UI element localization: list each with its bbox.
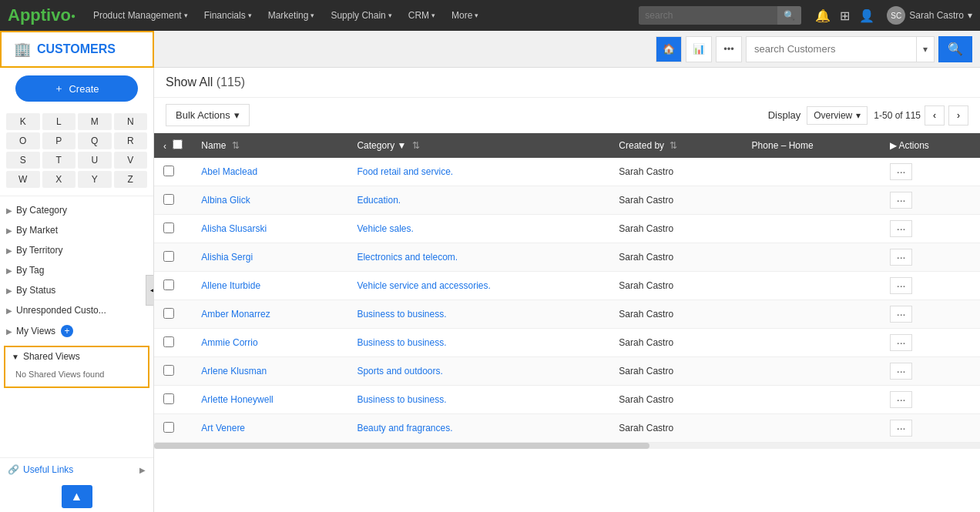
search-button[interactable]: 🔍 (777, 6, 801, 25)
row-action-button[interactable]: ··· (890, 306, 913, 323)
scroll-top-button[interactable]: ▲ (62, 485, 92, 508)
select-all-checkbox[interactable] (173, 139, 183, 149)
name-column-header[interactable]: Name ⇅ (192, 133, 347, 158)
row-action-button[interactable]: ··· (890, 220, 913, 237)
customer-name-link[interactable]: Alishia Sergi (201, 252, 253, 263)
phone-column-header[interactable]: Phone – Home (743, 133, 881, 158)
create-button[interactable]: ＋ Create (15, 75, 138, 102)
shared-views-toggle[interactable]: ▼ Shared Views (12, 351, 142, 362)
prev-page-button[interactable]: ‹ (925, 105, 945, 125)
sidebar-item-by-status[interactable]: ▶ By Status (0, 280, 153, 300)
sidebar-item-unresponded[interactable]: ▶ Unresponded Custo... (0, 300, 153, 320)
app-logo[interactable]: Apptivo ● (8, 5, 76, 25)
row-checkbox[interactable] (163, 166, 174, 176)
created-by-column-header[interactable]: Created by ⇅ (609, 133, 742, 158)
alpha-u[interactable]: U (78, 152, 112, 169)
nav-product-management[interactable]: Product Management ▾ (87, 6, 194, 25)
customer-name-link[interactable]: Arlene Klusman (201, 366, 267, 376)
home-view-button[interactable]: 🏠 (656, 36, 682, 62)
customer-name-link[interactable]: Ammie Corrio (201, 337, 257, 348)
horizontal-scrollbar[interactable] (154, 443, 980, 449)
bulk-actions-button[interactable]: Bulk Actions ▾ (166, 104, 250, 126)
alphabet-filter: K L M N O P Q R S T U V W X Y Z (0, 109, 153, 192)
alpha-s[interactable]: S (6, 152, 40, 169)
search-input[interactable] (639, 7, 777, 24)
row-select-cell (154, 158, 192, 186)
more-view-button[interactable]: ••• (716, 36, 742, 62)
alpha-n[interactable]: N (114, 113, 148, 130)
content-toolbar: Bulk Actions ▾ Display Overview ▾ 1-50 o… (154, 98, 980, 133)
row-checkbox[interactable] (163, 393, 174, 404)
table-row: Albina Glick Education. Sarah Castro ··· (154, 186, 980, 215)
row-name-cell: Art Venere (192, 414, 347, 443)
row-action-button[interactable]: ··· (890, 277, 913, 294)
row-action-button[interactable]: ··· (890, 249, 913, 266)
row-checkbox[interactable] (163, 279, 174, 290)
alpha-t[interactable]: T (42, 152, 76, 169)
record-count: (115) (216, 75, 245, 89)
row-checkbox[interactable] (163, 223, 174, 233)
row-action-button[interactable]: ··· (890, 391, 913, 408)
useful-links-item[interactable]: 🔗 Useful Links ▶ (0, 457, 153, 481)
table-row: Art Venere Beauty and fragrances. Sarah … (154, 414, 980, 443)
customers-title-bar[interactable]: 🏢 CUSTOMERS (0, 31, 154, 68)
search-customers-dropdown[interactable]: ▾ (916, 37, 934, 62)
nav-crm[interactable]: CRM ▾ (402, 6, 441, 25)
row-checkbox[interactable] (163, 194, 174, 205)
alpha-l[interactable]: L (42, 113, 76, 130)
alpha-x[interactable]: X (42, 171, 76, 188)
next-page-button[interactable]: › (948, 105, 968, 125)
customer-name-link[interactable]: Albina Glick (201, 195, 250, 206)
row-checkbox[interactable] (163, 336, 174, 347)
sidebar-item-by-market[interactable]: ▶ By Market (0, 220, 153, 240)
sidebar-item-my-views[interactable]: ▶ My Views + (0, 320, 153, 342)
user-menu[interactable]: SC Sarah Castro ▾ (887, 6, 972, 25)
grid-icon[interactable]: ⊞ (840, 8, 850, 23)
row-action-button[interactable]: ··· (890, 363, 913, 380)
alpha-y[interactable]: Y (78, 171, 112, 188)
row-action-button[interactable]: ··· (890, 163, 913, 180)
customer-name-link[interactable]: Arlette Honeywell (201, 394, 273, 405)
user-icon[interactable]: 👤 (859, 8, 874, 23)
search-customers-input[interactable] (747, 40, 916, 58)
customer-name-link[interactable]: Abel Maclead (201, 166, 257, 177)
row-checkbox[interactable] (163, 422, 174, 433)
sidebar-item-by-category[interactable]: ▶ By Category (0, 200, 153, 220)
sub-header: 🏢 CUSTOMERS 🏠 📊 ••• ▾ 🔍 (0, 31, 980, 68)
alpha-m[interactable]: M (78, 113, 112, 130)
chevron-right-icon: ▶ (6, 206, 12, 215)
row-checkbox[interactable] (163, 308, 174, 319)
category-column-header[interactable]: Category ▼ ⇅ (347, 133, 609, 158)
row-action-button[interactable]: ··· (890, 334, 913, 351)
row-action-button[interactable]: ··· (890, 192, 913, 209)
scrollbar-thumb[interactable] (154, 443, 649, 449)
customer-name-link[interactable]: Allene Iturbide (201, 280, 260, 291)
row-checkbox[interactable] (163, 365, 174, 376)
alpha-w[interactable]: W (6, 171, 40, 188)
search-customers-button[interactable]: 🔍 (938, 36, 972, 62)
customer-name-link[interactable]: Alisha Slusarski (201, 223, 267, 234)
alpha-r[interactable]: R (114, 132, 148, 149)
add-view-button[interactable]: + (61, 325, 73, 337)
chevron-left-icon[interactable]: ‹ (163, 141, 166, 152)
nav-marketing[interactable]: Marketing ▾ (262, 6, 321, 25)
bell-icon[interactable]: 🔔 (815, 8, 831, 23)
display-mode-select[interactable]: Overview ▾ (807, 106, 868, 125)
sidebar-item-by-territory[interactable]: ▶ By Territory (0, 240, 153, 260)
collapse-sidebar-button[interactable]: ◀ (146, 275, 154, 306)
nav-supply-chain[interactable]: Supply Chain ▾ (324, 6, 398, 25)
alpha-q[interactable]: Q (78, 132, 112, 149)
alpha-p[interactable]: P (42, 132, 76, 149)
customer-name-link[interactable]: Art Venere (201, 423, 245, 433)
nav-financials[interactable]: Financials ▾ (198, 6, 258, 25)
row-checkbox[interactable] (163, 251, 174, 262)
nav-more[interactable]: More ▾ (445, 6, 485, 25)
row-action-button[interactable]: ··· (890, 420, 913, 437)
sidebar-item-by-tag[interactable]: ▶ By Tag (0, 260, 153, 280)
customer-name-link[interactable]: Amber Monarrez (201, 309, 270, 320)
alpha-v[interactable]: V (114, 152, 148, 169)
alpha-z[interactable]: Z (114, 171, 148, 188)
chart-view-button[interactable]: 📊 (686, 36, 712, 62)
alpha-k[interactable]: K (6, 113, 40, 130)
alpha-o[interactable]: O (6, 132, 40, 149)
